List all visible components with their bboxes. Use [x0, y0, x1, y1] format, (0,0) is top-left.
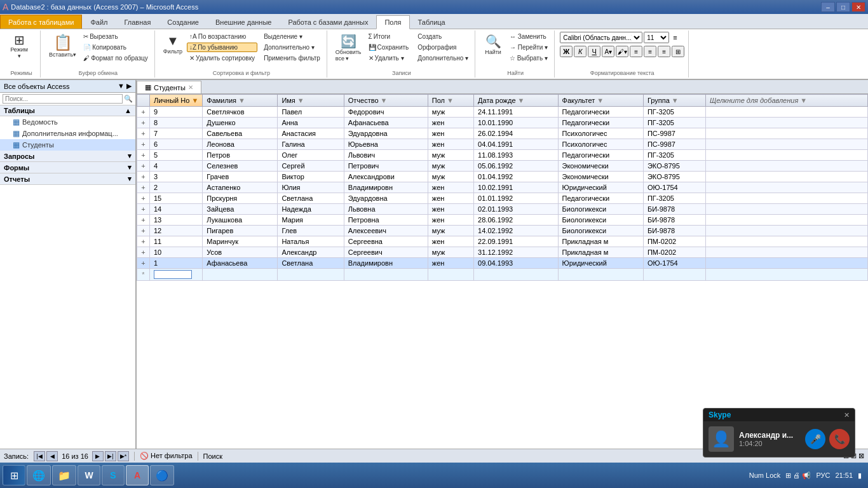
show-desktop[interactable]: ▮	[858, 471, 862, 480]
refresh-button[interactable]: 🔄 Обновитьвсе ▾	[332, 32, 365, 64]
cell-expand[interactable]: +	[137, 226, 150, 236]
cell-expand[interactable]: +	[137, 150, 150, 161]
sidebar-search-input[interactable]	[3, 94, 123, 104]
sidebar-section-forms[interactable]: Формы ▾	[0, 162, 135, 173]
ribbon-tab-dbtools[interactable]: Работа с базами данных	[280, 15, 376, 29]
skype-mic-button[interactable]: 🎤	[805, 429, 825, 449]
col-header-group[interactable]: Группа ▼	[643, 95, 705, 107]
sidebar-item-vedomost[interactable]: ▦ Ведомость	[0, 116, 135, 128]
start-button[interactable]: ⊞	[3, 465, 25, 485]
save-record-button[interactable]: 💾 Сохранить	[366, 43, 412, 52]
ribbon-tab-create[interactable]: Создание	[159, 15, 207, 29]
data-table-container[interactable]: Личный Но ▼ Фамилия ▼ Имя ▼ Отчество ▼ П…	[137, 94, 868, 449]
sort-asc-button[interactable]: ↑A По возрастанию	[187, 32, 257, 41]
cell-expand[interactable]: +	[137, 182, 150, 193]
selection-button[interactable]: Выделение ▾	[261, 32, 323, 41]
filter-button[interactable]: ▼ Фильтр	[160, 32, 186, 57]
sidebar-item-additional[interactable]: ▦ Дополнительная информац...	[0, 128, 135, 139]
create-record-button[interactable]: Σ Итоги	[366, 32, 412, 41]
students-table-tab[interactable]: ▦ Студенты ✕	[137, 81, 201, 93]
new-row-input-cell[interactable]	[150, 269, 203, 281]
col-header-name[interactable]: Имя ▼	[278, 95, 344, 107]
spell-btn[interactable]: Орфография	[415, 43, 471, 52]
cut-button[interactable]: ✂ Вырезать	[81, 32, 151, 41]
align-center-button[interactable]: ≡	[644, 46, 656, 57]
nav-first[interactable]: |◀	[34, 451, 45, 461]
taskbar-word[interactable]: W	[78, 465, 100, 485]
format-button[interactable]: 🖌 Формат по образцу	[81, 53, 151, 63]
maximize-button[interactable]: □	[836, 2, 850, 12]
delete-record-button[interactable]: ✕ Удалить ▾	[366, 53, 412, 63]
ribbon-tab-file[interactable]: Файл	[82, 15, 116, 29]
mode-button[interactable]: ⊞ Режим ▾	[6, 32, 32, 61]
underline-button[interactable]: Ч	[588, 46, 600, 57]
align-right-button[interactable]: ≡	[658, 46, 670, 57]
cell-expand[interactable]: +	[137, 128, 150, 139]
col-header-faculty[interactable]: Факультет ▼	[558, 95, 643, 107]
cell-expand[interactable]: +	[137, 215, 150, 226]
taskbar-chrome[interactable]: 🌐	[27, 465, 51, 485]
nav-last[interactable]: ▶|	[105, 451, 116, 461]
taskbar-access[interactable]: A	[126, 465, 149, 485]
copy-button[interactable]: 📄 Копировать	[81, 43, 151, 52]
align-left-button[interactable]: ≡	[630, 46, 642, 57]
ribbon-tab-home[interactable]: Главная	[116, 15, 159, 29]
sidebar-section-reports[interactable]: Отчеты ▾	[0, 173, 135, 185]
sidebar-section-queries[interactable]: Запросы ▾	[0, 151, 135, 162]
highlight-button[interactable]: 🖌▾	[616, 46, 628, 57]
col-header-add[interactable]: Щелкните для добавления ▼	[705, 95, 867, 107]
cell-expand[interactable]: +	[137, 139, 150, 150]
goto-button[interactable]: → Перейти ▾	[507, 43, 550, 52]
new-row-input[interactable]	[154, 270, 192, 279]
nav-prev[interactable]: ◀	[46, 451, 58, 461]
col-header-surname[interactable]: Фамилия ▼	[203, 95, 278, 107]
nav-next[interactable]: ▶	[92, 451, 104, 461]
table-tab-close[interactable]: ✕	[188, 84, 193, 91]
bold-button[interactable]: Ж	[560, 46, 573, 57]
close-button[interactable]: ✕	[851, 2, 865, 12]
col-header-gender[interactable]: Пол ▼	[428, 95, 473, 107]
paste-button[interactable]: 📋 Вставить▾	[46, 32, 79, 60]
minimize-button[interactable]: –	[821, 2, 835, 12]
taskbar-explorer[interactable]: 📁	[52, 465, 76, 485]
grid-button[interactable]: ⊞	[672, 46, 684, 57]
ribbon-tab-fields[interactable]: Поля	[376, 15, 409, 29]
ribbon-tab-external[interactable]: Внешние данные	[207, 15, 280, 29]
sidebar-section-tables[interactable]: Таблицы ▲	[0, 105, 135, 116]
find-button[interactable]: 🔍 Найти	[480, 32, 506, 57]
select-button[interactable]: ☆ Выбрать ▾	[507, 53, 550, 63]
sort-desc-button[interactable]: ↓Z По убыванию	[187, 43, 257, 52]
cell-expand[interactable]: +	[137, 258, 150, 269]
taskbar-skype[interactable]: S	[102, 465, 125, 485]
font-color-button[interactable]: А▾	[602, 46, 614, 57]
clear-sort-button[interactable]: ✕ Удалить сортировку	[187, 53, 257, 63]
skype-end-button[interactable]: 📞	[829, 429, 850, 449]
cell-expand[interactable]: +	[137, 118, 150, 128]
nav-new[interactable]: ▶*	[118, 451, 129, 461]
ribbon-tab-tabletool[interactable]: Работа с таблицами	[0, 15, 82, 29]
font-size-select[interactable]: 11	[644, 32, 669, 43]
skype-close-btn[interactable]: ✕	[844, 411, 850, 419]
taskbar-other[interactable]: 🔵	[150, 465, 174, 485]
ribbon-tab-table[interactable]: Таблица	[410, 15, 454, 29]
cell-expand[interactable]: +	[137, 172, 150, 182]
additional-button[interactable]: Дополнительно ▾	[261, 43, 323, 52]
font-name-select[interactable]: Calibri (Область данн...)	[560, 32, 642, 43]
create-btn2[interactable]: Создать	[415, 32, 471, 41]
cell-expand[interactable]: +	[137, 193, 150, 204]
language-indicator: РУС	[816, 471, 830, 479]
apply-filter-button[interactable]: Применить фильтр	[261, 53, 323, 63]
col-header-id[interactable]: Личный Но ▼	[150, 95, 203, 107]
italic-button[interactable]: К	[574, 46, 587, 57]
cell-expand[interactable]: +	[137, 161, 150, 172]
cell-expand[interactable]: +	[137, 247, 150, 258]
additional-btn2[interactable]: Дополнительно ▾	[415, 53, 471, 63]
sidebar-toggle-icon[interactable]: ▼ ▶	[118, 82, 132, 90]
cell-expand[interactable]: +	[137, 107, 150, 118]
cell-expand[interactable]: +	[137, 236, 150, 247]
col-header-dob[interactable]: Дата рожде ▼	[474, 95, 558, 107]
sidebar-item-students[interactable]: ▦ Студенты	[0, 139, 135, 151]
replace-button[interactable]: ↔ Заменить	[507, 32, 550, 41]
cell-expand[interactable]: +	[137, 204, 150, 215]
col-header-patronymic[interactable]: Отчество ▼	[344, 95, 428, 107]
